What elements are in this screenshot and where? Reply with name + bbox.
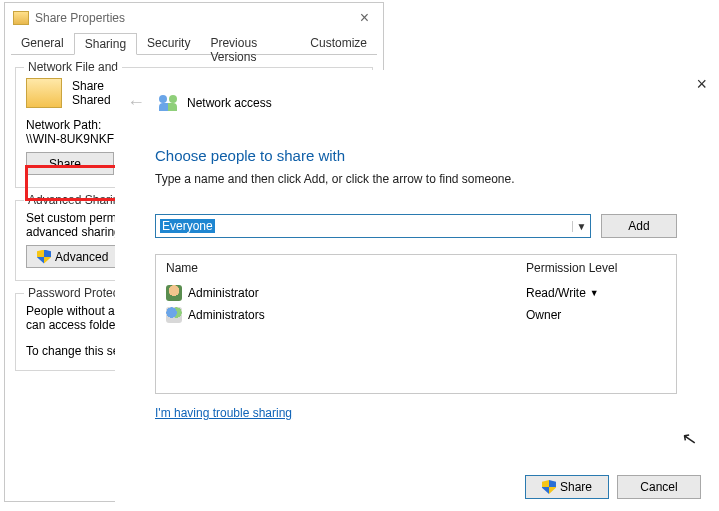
breadcrumb: Network access [187, 96, 272, 110]
list-item[interactable]: Administrator Read/Write▼ [156, 282, 676, 304]
tab-sharing[interactable]: Sharing [74, 33, 137, 55]
dialog-title: Share Properties [35, 11, 354, 25]
user-name: Administrators [188, 308, 526, 322]
people-list: Name Permission Level Administrator Read… [155, 254, 677, 394]
shield-icon [37, 250, 51, 264]
close-icon[interactable]: × [696, 74, 707, 95]
list-item[interactable]: Administrators Owner [156, 304, 676, 326]
group-title: Advanced Sharin [24, 193, 123, 207]
column-name[interactable]: Name [166, 261, 526, 275]
back-arrow-icon[interactable]: ← [123, 92, 149, 113]
column-permission[interactable]: Permission Level [526, 261, 666, 275]
permission-level: Owner [526, 308, 666, 322]
tab-customize[interactable]: Customize [300, 33, 377, 54]
folder-icon [13, 11, 29, 25]
properties-tabs: General Sharing Security Previous Versio… [11, 33, 377, 55]
cancel-button[interactable]: Cancel [617, 475, 701, 499]
shield-icon [542, 480, 556, 494]
network-access-dialog: × ← Network access Choose people to shar… [115, 70, 717, 509]
add-button[interactable]: Add [601, 214, 677, 238]
trouble-sharing-link[interactable]: I'm having trouble sharing [155, 406, 292, 420]
chevron-down-icon[interactable]: ▼ [572, 221, 590, 232]
user-icon [166, 285, 182, 301]
share-button[interactable]: Share [525, 475, 609, 499]
tab-general[interactable]: General [11, 33, 74, 54]
group-title: Network File and [24, 60, 122, 74]
group-title: Password Protecti [24, 286, 129, 300]
permission-dropdown[interactable]: Read/Write▼ [526, 286, 666, 300]
close-icon[interactable]: × [354, 9, 375, 27]
folder-icon [26, 78, 62, 108]
tab-previous-versions[interactable]: Previous Versions [200, 33, 300, 54]
dialog-titlebar: Share Properties × [5, 3, 383, 33]
tab-security[interactable]: Security [137, 33, 200, 54]
share-button[interactable]: Share... [26, 152, 114, 175]
group-icon [166, 307, 182, 323]
combobox-value: Everyone [160, 219, 215, 233]
chevron-down-icon: ▼ [590, 288, 599, 298]
people-combobox[interactable]: Everyone ▼ [155, 214, 591, 238]
page-subtitle: Type a name and then click Add, or click… [155, 172, 717, 186]
advanced-sharing-button[interactable]: Advanced [26, 245, 119, 268]
user-name: Administrator [188, 286, 526, 300]
people-icon [159, 95, 177, 111]
page-title: Choose people to share with [155, 147, 717, 164]
share-status: Shared [72, 93, 111, 107]
share-name: Share [72, 79, 111, 93]
